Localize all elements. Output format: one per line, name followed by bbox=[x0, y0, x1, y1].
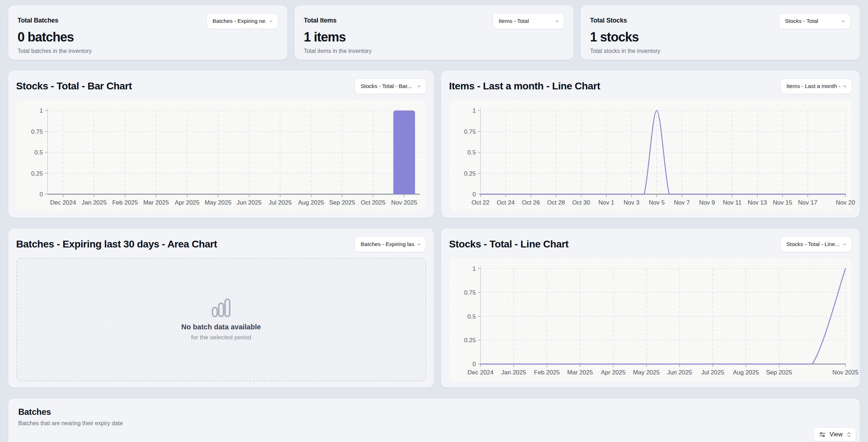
chart-title: Batches - Expiring last 30 days - Area C… bbox=[16, 239, 217, 250]
select-value: Stocks - Total - Line... bbox=[786, 241, 840, 247]
svg-text:1: 1 bbox=[473, 265, 476, 272]
svg-text:Mar 2025: Mar 2025 bbox=[567, 369, 593, 376]
chart-plot-area: 00.250.50.751Dec 2024Jan 2025Feb 2025Mar… bbox=[16, 100, 426, 211]
stat-label: Total Items bbox=[304, 13, 336, 24]
chart-card-stocks-bar: Stocks - Total - Bar Chart Stocks - Tota… bbox=[8, 70, 434, 218]
svg-text:Jun 2025: Jun 2025 bbox=[236, 199, 262, 206]
chart-title: Items - Last a month - Line Chart bbox=[449, 80, 600, 92]
chart-metric-select[interactable]: Stocks - Total - Bar... bbox=[355, 78, 426, 94]
stat-metric-select-batches[interactable]: Batches - Expiring ne... bbox=[206, 13, 278, 29]
svg-text:0.75: 0.75 bbox=[464, 128, 476, 135]
svg-text:Nov 2025: Nov 2025 bbox=[833, 369, 859, 376]
select-value: Stocks - Total bbox=[785, 18, 818, 24]
svg-text:Jul 2025: Jul 2025 bbox=[701, 369, 724, 376]
svg-text:Nov 13: Nov 13 bbox=[748, 199, 767, 206]
section-title: Batches bbox=[18, 407, 850, 417]
chart-metric-select[interactable]: Items - Last a month -.. bbox=[780, 78, 852, 94]
stat-metric-select-items[interactable]: Items - Total bbox=[493, 13, 564, 29]
svg-text:0.75: 0.75 bbox=[464, 289, 476, 296]
svg-text:Oct 26: Oct 26 bbox=[522, 199, 540, 206]
svg-text:May 2025: May 2025 bbox=[205, 199, 231, 206]
svg-text:Nov 2025: Nov 2025 bbox=[391, 199, 417, 206]
chart-card-batches-area: Batches - Expiring last 30 days - Area C… bbox=[8, 229, 434, 388]
svg-text:1: 1 bbox=[473, 107, 476, 114]
svg-text:0.25: 0.25 bbox=[464, 337, 476, 344]
charts-row-1: Stocks - Total - Bar Chart Stocks - Tota… bbox=[8, 70, 860, 218]
stat-value: 1 stocks bbox=[590, 30, 850, 45]
select-value: Batches - Expiring ne... bbox=[213, 18, 266, 24]
chart-metric-select[interactable]: Batches - Expiring last.. bbox=[355, 236, 426, 252]
chart-metric-select[interactable]: Stocks - Total - Line... bbox=[780, 236, 852, 252]
svg-text:Nov 9: Nov 9 bbox=[699, 199, 715, 206]
bar-chart-icon bbox=[211, 298, 231, 318]
chevrons-up-down-icon bbox=[846, 432, 852, 438]
select-value: Stocks - Total - Bar... bbox=[361, 83, 412, 89]
stat-description: Total stocks in the inventory bbox=[590, 48, 850, 54]
svg-text:Oct 2025: Oct 2025 bbox=[361, 199, 386, 206]
svg-text:Oct 22: Oct 22 bbox=[472, 199, 489, 206]
chart-card-stocks-line: Stocks - Total - Line Chart Stocks - Tot… bbox=[441, 229, 860, 388]
svg-text:0: 0 bbox=[473, 191, 476, 198]
svg-text:Oct 24: Oct 24 bbox=[497, 199, 515, 206]
svg-text:Sep 2025: Sep 2025 bbox=[329, 199, 355, 206]
chart-title: Stocks - Total - Line Chart bbox=[449, 239, 569, 250]
svg-text:Dec 2024: Dec 2024 bbox=[468, 369, 494, 376]
section-subtitle: Batches that are nearing their expiry da… bbox=[18, 420, 850, 427]
svg-text:Nov 11: Nov 11 bbox=[723, 199, 742, 206]
svg-text:Jun 2025: Jun 2025 bbox=[667, 369, 692, 376]
chevron-down-icon bbox=[841, 19, 846, 24]
stat-value: 1 items bbox=[304, 30, 564, 45]
charts-row-2: Batches - Expiring last 30 days - Area C… bbox=[8, 229, 860, 388]
svg-text:Nov 5: Nov 5 bbox=[649, 199, 664, 206]
svg-text:Oct 30: Oct 30 bbox=[572, 199, 590, 206]
svg-text:0.5: 0.5 bbox=[467, 313, 476, 320]
svg-text:Nov 15: Nov 15 bbox=[773, 199, 792, 206]
chevron-down-icon bbox=[842, 84, 847, 89]
svg-text:Aug 2025: Aug 2025 bbox=[298, 199, 324, 206]
inventory-dashboard: Total Batches Batches - Expiring ne... 0… bbox=[0, 0, 868, 442]
chart-plot-area: 00.250.50.751Oct 22Oct 24Oct 26Oct 28Oct… bbox=[449, 100, 852, 211]
svg-text:0: 0 bbox=[473, 361, 476, 368]
stat-card-total-stocks: Total Stocks Stocks - Total 1 stocks Tot… bbox=[581, 5, 860, 60]
stat-description: Total items in the inventory bbox=[304, 48, 564, 54]
chevron-down-icon bbox=[842, 242, 847, 247]
line-chart-canvas: 00.250.50.751Dec 2024Jan 2025Feb 2025Mar… bbox=[449, 258, 852, 381]
svg-text:0.5: 0.5 bbox=[467, 149, 476, 156]
empty-state-title: No batch data available bbox=[181, 323, 261, 331]
svg-text:Sep 2025: Sep 2025 bbox=[766, 369, 792, 376]
svg-text:Apr 2025: Apr 2025 bbox=[175, 199, 200, 206]
stats-row: Total Batches Batches - Expiring ne... 0… bbox=[8, 5, 860, 60]
stat-metric-select-stocks[interactable]: Stocks - Total bbox=[779, 13, 850, 29]
svg-text:Nov 20: Nov 20 bbox=[836, 199, 855, 206]
batches-section: Batches Batches that are nearing their e… bbox=[8, 398, 860, 442]
svg-text:0: 0 bbox=[40, 191, 43, 198]
stat-value: 0 batches bbox=[18, 30, 278, 45]
svg-text:0.25: 0.25 bbox=[464, 170, 476, 177]
svg-text:Nov 1: Nov 1 bbox=[599, 199, 614, 206]
stat-card-total-batches: Total Batches Batches - Expiring ne... 0… bbox=[8, 5, 287, 60]
sliders-icon bbox=[819, 431, 826, 438]
select-value: Items - Last a month -.. bbox=[786, 83, 840, 89]
svg-text:0.25: 0.25 bbox=[31, 170, 43, 177]
svg-text:Feb 2025: Feb 2025 bbox=[112, 199, 138, 206]
empty-state-subtitle: for the selected period bbox=[191, 334, 251, 341]
svg-text:Feb 2025: Feb 2025 bbox=[534, 369, 560, 376]
svg-text:0.75: 0.75 bbox=[31, 128, 43, 135]
stat-label: Total Stocks bbox=[590, 13, 627, 24]
svg-text:Jan 2025: Jan 2025 bbox=[82, 199, 107, 206]
svg-text:1: 1 bbox=[40, 107, 43, 114]
chevron-down-icon bbox=[416, 242, 421, 247]
view-button[interactable]: View bbox=[814, 427, 856, 442]
chart-empty-area: No batch data available for the selected… bbox=[16, 258, 426, 381]
svg-text:0.5: 0.5 bbox=[34, 149, 43, 156]
stat-description: Total batches in the inventory bbox=[18, 48, 278, 54]
chevron-down-icon bbox=[555, 19, 560, 24]
svg-text:Apr 2025: Apr 2025 bbox=[601, 369, 625, 376]
view-button-label: View bbox=[829, 431, 843, 438]
bar-chart-canvas: 00.250.50.751Dec 2024Jan 2025Feb 2025Mar… bbox=[16, 100, 426, 211]
stat-card-total-items: Total Items Items - Total 1 items Total … bbox=[294, 5, 574, 60]
line-chart-canvas: 00.250.50.751Oct 22Oct 24Oct 26Oct 28Oct… bbox=[449, 100, 852, 211]
select-value: Items - Total bbox=[499, 18, 529, 24]
chart-plot-area: 00.250.50.751Dec 2024Jan 2025Feb 2025Mar… bbox=[449, 258, 852, 381]
chart-title: Stocks - Total - Bar Chart bbox=[16, 80, 132, 92]
